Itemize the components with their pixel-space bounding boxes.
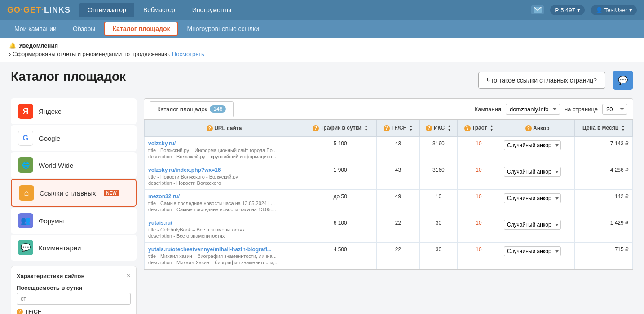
char-panel-close[interactable]: × [127, 272, 131, 280]
cell-trast-4: 10 [458, 243, 500, 269]
anchor-select-2[interactable]: Случайный анкор [504, 193, 561, 203]
cell-traffic-2: до 50 [304, 190, 377, 216]
tfcf-sort[interactable]: ▲▼ [409, 125, 413, 132]
cell-tfcf-3: 22 [377, 216, 419, 243]
anchor-select-0[interactable]: Случайный анкор [504, 140, 561, 150]
nav-campaigns[interactable]: Мои кампании [7, 22, 64, 35]
col-iks-label: ИКС [434, 125, 445, 131]
logo-links: LINKS [44, 5, 71, 14]
url-title-1: title - Новости Волжского - Волжский.ру [148, 174, 300, 179]
comments-icon: 💬 [18, 240, 33, 255]
cell-url-1: volzsky.ru/index.php?wx=16 title - Новос… [145, 163, 304, 190]
url-desc-0: description - Волжский.ру – крупнейший и… [148, 154, 300, 159]
ruble-icon: Р [555, 7, 559, 13]
url-desc-4: description - Михаил Хазин – биография з… [148, 260, 300, 265]
notification-bar: 🔔 Уведомления › Сформированы отчеты и ре… [0, 38, 644, 62]
logo-go: GO·GET· [7, 5, 44, 14]
table-row: yutais.ru/ title - CelebrityBook – Все о… [145, 216, 633, 243]
nav-catalog[interactable]: Каталог площадок [104, 22, 178, 36]
col-tfcf-label: TF/CF [391, 125, 406, 131]
cell-tfcf-2: 49 [377, 190, 419, 216]
cell-price-4: 715 ₽ [575, 243, 633, 269]
anchor-select-4[interactable]: Случайный анкор [504, 246, 561, 256]
url-desc-2: description - Самые последние новости ча… [148, 207, 300, 212]
top-nav-tabs: Оптимизатор Вебмастер Инструменты [79, 3, 531, 17]
traffic-sort[interactable]: ▲▼ [364, 125, 368, 132]
url-help-icon[interactable]: ? [207, 125, 213, 131]
perpage-select[interactable]: 20 50 100 [602, 104, 627, 115]
url-link-2[interactable]: mezon32.ru/ [148, 193, 180, 200]
tab-tools[interactable]: Инструменты [184, 3, 239, 17]
what-link-button[interactable]: Что такое ссылки с главных страниц? [478, 72, 605, 89]
url-link-0[interactable]: volzsky.ru/ [148, 140, 176, 147]
sidebar-item-comments[interactable]: 💬 Комментарии [11, 235, 137, 261]
table-row: volzsky.ru/ title - Волжский.ру – Информ… [145, 137, 633, 163]
cell-price-1: 4 286 ₽ [575, 163, 633, 190]
notification-link[interactable]: Посмотреть [172, 51, 204, 57]
sidebar: Я Яндекс G Google 🌐 World Wide ⌂ Ссылки … [11, 98, 137, 314]
traffic-from-input[interactable] [17, 293, 131, 305]
cell-url-4: yutais.ru/otechestvennye/mihail-hazin-bi… [145, 243, 304, 269]
traffic-help-icon[interactable]: ? [313, 125, 319, 131]
price-sort[interactable]: ▲▼ [621, 125, 625, 132]
url-link-3[interactable]: yutais.ru/ [148, 220, 172, 226]
cell-anchor-3: Случайный анкор [500, 216, 574, 243]
char-panel: Характеристики сайтов × Посещаемость в с… [11, 266, 137, 314]
tab-optimizer[interactable]: Оптимизатор [79, 3, 134, 17]
logo: GO·GET·LINKS [7, 5, 71, 15]
catalog-tab-label: Каталог площадок [157, 106, 207, 113]
sidebar-item-worldwide[interactable]: 🌐 World Wide [11, 152, 137, 178]
messages-icon[interactable] [531, 5, 544, 14]
cell-url-3: yutais.ru/ title - CelebrityBook – Все о… [145, 216, 304, 243]
balance-amount: 5 497 [560, 7, 575, 13]
tab-webmaster[interactable]: Вебмастер [135, 3, 183, 17]
sidebar-item-forums[interactable]: 👥 Форумы [11, 208, 137, 234]
nav-multilevel[interactable]: Многоуровневые ссылки [180, 22, 266, 35]
catalog-tab[interactable]: Каталог площадок 148 [150, 101, 234, 117]
cell-iks-4: 30 [419, 243, 457, 269]
table-row: yutais.ru/otechestvennye/mihail-hazin-bi… [145, 243, 633, 269]
mainlinks-label: Ссылки с главных [40, 189, 96, 197]
yandex-icon: Я [18, 104, 33, 119]
mainlinks-icon: ⌂ [19, 185, 34, 201]
anchor-select-3[interactable]: Случайный анкор [504, 220, 561, 230]
sidebar-item-yandex[interactable]: Я Яндекс [11, 98, 137, 124]
tfcf-help-icon2[interactable]: ? [384, 125, 390, 131]
sidebar-item-google[interactable]: G Google [11, 125, 137, 151]
balance-chevron: ▾ [577, 7, 580, 13]
campaign-select[interactable]: domznaniy.info [506, 104, 560, 115]
campaign-label: Кампания [475, 106, 502, 113]
iks-sort[interactable]: ▲▼ [448, 125, 451, 132]
sidebar-item-mainlinks[interactable]: ⌂ Ссылки с главных NEW [11, 179, 137, 207]
iks-help-icon[interactable]: ? [426, 125, 432, 131]
worldwide-icon: 🌐 [18, 157, 33, 173]
tfcf-label: ? TF/CF [17, 308, 131, 314]
cell-anchor-1: Случайный анкор [500, 163, 574, 190]
tfcf-help-icon[interactable]: ? [17, 309, 23, 314]
col-anchor-label: Анкор [533, 125, 549, 131]
trast-sort[interactable]: ▲▼ [490, 125, 494, 132]
perpage-label: на странице [565, 106, 598, 113]
url-link-1[interactable]: volzsky.ru/index.php?wx=16 [148, 167, 221, 173]
cell-tfcf-0: 43 [377, 137, 419, 163]
cell-price-0: 7 143 ₽ [575, 137, 633, 163]
col-trast: ? Траст ▲▼ [458, 120, 500, 137]
page-title: Каталог площадок [11, 70, 126, 84]
top-navigation: GO·GET·LINKS Оптимизатор Вебмастер Инстр… [0, 0, 644, 20]
cell-traffic-4: 4 500 [304, 243, 377, 269]
cell-traffic-0: 5 100 [304, 137, 377, 163]
url-title-2: title - Самые последние новости часа на … [148, 201, 300, 206]
cell-anchor-2: Случайный анкор [500, 190, 574, 216]
catalog-table: ? URL сайта ? Трафик в сутки ▲▼ ? TF/CF [144, 120, 633, 269]
second-navigation: Мои кампании Обзоры Каталог площадок Мно… [0, 20, 644, 38]
chat-button[interactable]: 💬 [613, 71, 633, 90]
balance-badge[interactable]: Р 5 497 ▾ [550, 5, 584, 15]
anchor-help-icon[interactable]: ? [525, 125, 532, 131]
anchor-select-1[interactable]: Случайный анкор [504, 167, 561, 177]
nav-reviews[interactable]: Обзоры [66, 22, 103, 35]
notification-text: › Сформированы отчеты и рекомендации по … [9, 51, 635, 57]
user-badge[interactable]: 👤 TestUser ▾ [591, 5, 637, 15]
cell-iks-3: 30 [419, 216, 457, 243]
url-link-4[interactable]: yutais.ru/otechestvennye/mihail-hazin-bi… [148, 246, 272, 253]
trast-help-icon[interactable]: ? [464, 125, 471, 131]
